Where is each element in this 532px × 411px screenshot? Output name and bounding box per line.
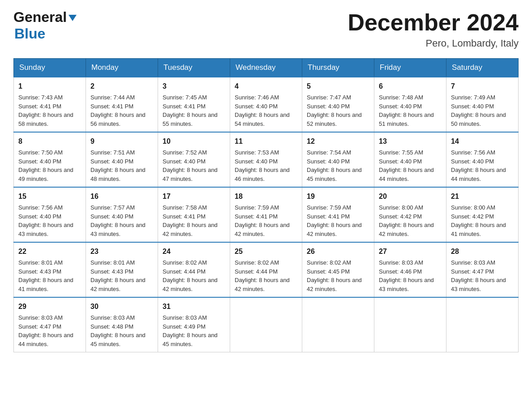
daylight-text: Daylight: 8 hours and 42 minutes. [90,277,146,292]
sunset-text: Sunset: 4:40 PM [235,158,278,165]
day-number: 11 [235,136,297,147]
day-number: 29 [18,301,81,312]
calendar-cell: 19Sunrise: 7:59 AMSunset: 4:41 PMDayligh… [302,187,374,242]
sunrise-text: Sunrise: 7:53 AM [235,149,279,156]
calendar-cell: 12Sunrise: 7:54 AMSunset: 4:40 PMDayligh… [302,132,374,187]
day-number: 13 [379,136,442,147]
calendar-cell: 28Sunrise: 8:03 AMSunset: 4:47 PMDayligh… [446,242,519,297]
sunset-text: Sunset: 4:47 PM [451,268,494,275]
day-number: 6 [379,81,442,92]
daylight-text: Daylight: 8 hours and 42 minutes. [379,222,434,237]
daylight-text: Daylight: 8 hours and 42 minutes. [163,277,218,292]
sunset-text: Sunset: 4:41 PM [163,103,206,110]
sunset-text: Sunset: 4:44 PM [235,268,278,275]
day-number: 12 [307,136,369,147]
sunrise-text: Sunrise: 7:46 AM [235,94,279,101]
day-number: 10 [163,136,225,147]
daylight-text: Daylight: 8 hours and 45 minutes. [163,332,218,347]
day-number: 4 [235,81,297,92]
daylight-text: Daylight: 8 hours and 47 minutes. [163,167,218,182]
sunset-text: Sunset: 4:41 PM [307,213,350,220]
title-section: December 2024 Pero, Lombardy, Italy [348,9,519,49]
calendar-cell: 1Sunrise: 7:43 AMSunset: 4:41 PMDaylight… [14,77,86,132]
daylight-text: Daylight: 8 hours and 43 minutes. [18,222,73,237]
sunset-text: Sunset: 4:40 PM [18,158,61,165]
calendar-cell: 27Sunrise: 8:03 AMSunset: 4:46 PMDayligh… [374,242,446,297]
sunset-text: Sunset: 4:40 PM [379,103,422,110]
sunrise-text: Sunrise: 7:56 AM [18,204,63,211]
calendar-cell: 30Sunrise: 8:03 AMSunset: 4:48 PMDayligh… [86,297,158,352]
day-number: 18 [235,191,297,202]
calendar-cell: 7Sunrise: 7:49 AMSunset: 4:40 PMDaylight… [446,77,519,132]
sunrise-text: Sunrise: 7:48 AM [379,94,423,101]
weekday-header-thursday: Thursday [302,59,374,77]
sunset-text: Sunset: 4:40 PM [235,103,278,110]
calendar-cell: 25Sunrise: 8:02 AMSunset: 4:44 PMDayligh… [230,242,302,297]
sunrise-text: Sunrise: 7:59 AM [307,204,351,211]
sunrise-text: Sunrise: 7:45 AM [163,94,207,101]
sunset-text: Sunset: 4:42 PM [379,213,422,220]
sunrise-text: Sunrise: 7:57 AM [90,204,135,211]
logo-general-text: General [13,9,67,26]
calendar-cell [446,297,519,352]
daylight-text: Daylight: 8 hours and 49 minutes. [18,167,73,182]
day-number: 23 [90,246,153,257]
sunrise-text: Sunrise: 8:02 AM [307,259,351,266]
sunset-text: Sunset: 4:40 PM [307,103,350,110]
sunrise-text: Sunrise: 8:01 AM [90,259,135,266]
calendar-cell: 14Sunrise: 7:56 AMSunset: 4:40 PMDayligh… [446,132,519,187]
sunrise-text: Sunrise: 7:43 AM [18,94,63,101]
daylight-text: Daylight: 8 hours and 50 minutes. [451,111,506,127]
calendar-week-row: 8Sunrise: 7:50 AMSunset: 4:40 PMDaylight… [14,132,519,187]
calendar-cell: 16Sunrise: 7:57 AMSunset: 4:40 PMDayligh… [86,187,158,242]
sunset-text: Sunset: 4:48 PM [90,323,133,330]
daylight-text: Daylight: 8 hours and 46 minutes. [235,167,290,182]
sunrise-text: Sunrise: 7:49 AM [451,94,495,101]
location: Pero, Lombardy, Italy [348,38,519,49]
day-number: 5 [307,81,369,92]
weekday-header-row: SundayMondayTuesdayWednesdayThursdayFrid… [14,59,519,77]
day-number: 22 [18,246,81,257]
day-number: 9 [90,136,153,147]
calendar-cell [374,297,446,352]
day-number: 3 [163,81,225,92]
calendar-cell: 17Sunrise: 7:58 AMSunset: 4:41 PMDayligh… [158,187,230,242]
weekday-header-saturday: Saturday [446,59,519,77]
sunrise-text: Sunrise: 8:03 AM [379,259,423,266]
daylight-text: Daylight: 8 hours and 45 minutes. [307,167,362,182]
daylight-text: Daylight: 8 hours and 54 minutes. [235,111,290,127]
daylight-text: Daylight: 8 hours and 43 minutes. [451,277,506,292]
sunrise-text: Sunrise: 8:01 AM [18,259,63,266]
daylight-text: Daylight: 8 hours and 43 minutes. [90,222,146,237]
daylight-text: Daylight: 8 hours and 41 minutes. [451,222,506,237]
daylight-text: Daylight: 8 hours and 42 minutes. [307,222,362,237]
calendar-cell: 13Sunrise: 7:55 AMSunset: 4:40 PMDayligh… [374,132,446,187]
day-number: 27 [379,246,442,257]
sunset-text: Sunset: 4:40 PM [379,158,422,165]
svg-marker-0 [69,15,77,21]
sunset-text: Sunset: 4:40 PM [451,103,494,110]
daylight-text: Daylight: 8 hours and 41 minutes. [18,277,73,292]
sunset-text: Sunset: 4:41 PM [18,103,61,110]
calendar-cell: 31Sunrise: 8:03 AMSunset: 4:49 PMDayligh… [158,297,230,352]
weekday-header-tuesday: Tuesday [158,59,230,77]
logo-triangle-icon [68,13,77,23]
sunset-text: Sunset: 4:43 PM [18,268,61,275]
calendar-cell: 8Sunrise: 7:50 AMSunset: 4:40 PMDaylight… [14,132,86,187]
day-number: 20 [379,191,442,202]
daylight-text: Daylight: 8 hours and 42 minutes. [163,222,218,237]
calendar-cell [302,297,374,352]
daylight-text: Daylight: 8 hours and 43 minutes. [379,277,434,292]
day-number: 25 [235,246,297,257]
weekday-header-sunday: Sunday [14,59,86,77]
calendar-cell: 3Sunrise: 7:45 AMSunset: 4:41 PMDaylight… [158,77,230,132]
sunrise-text: Sunrise: 7:51 AM [90,149,135,156]
day-number: 14 [451,136,514,147]
sunset-text: Sunset: 4:40 PM [18,213,61,220]
sunset-text: Sunset: 4:40 PM [451,158,494,165]
sunrise-text: Sunrise: 7:58 AM [163,204,207,211]
month-title: December 2024 [348,9,519,36]
sunset-text: Sunset: 4:40 PM [163,158,206,165]
calendar-cell: 5Sunrise: 7:47 AMSunset: 4:40 PMDaylight… [302,77,374,132]
day-number: 7 [451,81,514,92]
